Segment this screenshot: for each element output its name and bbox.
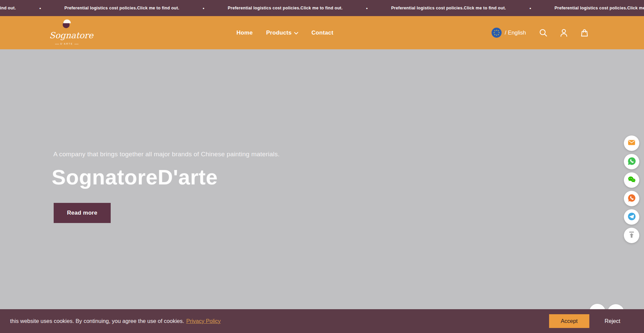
hero-tagline: A company that brings together all major… [53,151,280,158]
page: Preferential logistics cost policies.Cli… [0,0,644,333]
logo[interactable]: Sognatore D'ARTE [49,18,84,46]
chevron-down-icon [294,30,298,36]
announcement-track: Preferential logistics cost policies.Cli… [0,0,644,16]
announcement-text[interactable]: Preferential logistics cost policies.Cli… [391,6,506,10]
cookie-consent-bar: this website uses cookies. By continuing… [0,309,644,333]
nav-item-products-label: Products [266,30,291,36]
phone-button[interactable] [624,191,639,206]
announcement-separator: • [530,6,531,11]
main-nav: Home Products Contact [236,16,333,49]
language-selector[interactable]: / English [505,30,526,36]
announcement-separator: • [366,6,368,11]
accept-cookies-button[interactable]: Accept [549,314,589,328]
back-to-top-icon [627,230,636,240]
email-button[interactable] [624,135,639,151]
account-icon[interactable] [559,28,569,38]
announcement-text[interactable]: Preferential logistics cost policies.Cli… [554,6,644,10]
read-more-button[interactable]: Read more [54,203,111,223]
back-to-top-button[interactable] [624,228,639,243]
announcement-text[interactable]: Preferential logistics cost policies.Cli… [228,6,342,10]
announcement-text[interactable]: Preferential logistics cost policies.Cli… [0,6,16,10]
wechat-icon [627,175,636,185]
site-header: Sognatore D'ARTE Home Products Contact [0,16,644,49]
eu-flag-icon[interactable] [491,27,502,38]
nav-item-products[interactable]: Products [266,30,298,36]
hero-title: SognatoreD'arte [52,167,218,188]
whatsapp-button[interactable] [624,154,639,169]
announcement-separator: • [203,6,205,11]
header-actions: / English [491,16,589,49]
announcement-bar: Preferential logistics cost policies.Cli… [0,0,644,16]
whatsapp-icon [627,157,636,167]
hero-section [0,49,644,333]
cookie-message: this website uses cookies. By continuing… [10,309,221,333]
cookie-message-text: this website uses cookies. By continuing… [10,318,184,324]
email-icon [627,138,636,148]
telegram-icon [627,212,636,222]
nav-item-contact[interactable]: Contact [312,30,333,36]
telegram-button[interactable] [624,209,639,225]
announcement-separator: • [39,6,41,11]
floating-contact-stack [624,135,639,243]
reject-cookies-button[interactable]: Reject [599,314,626,328]
cart-icon[interactable] [580,28,589,37]
logo-icon [60,25,73,31]
announcement-text[interactable]: Preferential logistics cost policies.Cli… [64,6,179,10]
search-icon[interactable] [539,28,548,37]
logo-subtitle: D'ARTE [55,43,78,45]
privacy-policy-link[interactable]: Privacy Policy [186,318,221,324]
nav-item-home[interactable]: Home [236,30,253,36]
wechat-button[interactable] [624,172,639,188]
logo-name: Sognatore [49,31,84,40]
phone-icon [627,193,636,204]
